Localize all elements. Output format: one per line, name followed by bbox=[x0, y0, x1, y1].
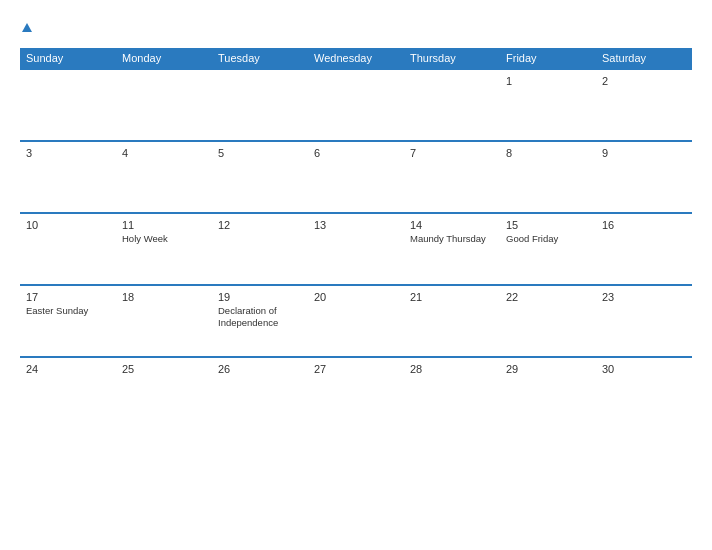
day-number: 4 bbox=[122, 147, 206, 159]
calendar-cell: 9 bbox=[596, 141, 692, 213]
day-number: 18 bbox=[122, 291, 206, 303]
calendar-cell bbox=[212, 69, 308, 141]
calendar-cell: 1 bbox=[500, 69, 596, 141]
day-number: 29 bbox=[506, 363, 590, 375]
holiday-label: Declaration of Independence bbox=[218, 305, 302, 330]
calendar-cell: 29 bbox=[500, 357, 596, 429]
day-number: 28 bbox=[410, 363, 494, 375]
calendar-cell: 21 bbox=[404, 285, 500, 357]
calendar-cell: 12 bbox=[212, 213, 308, 285]
calendar-cell: 4 bbox=[116, 141, 212, 213]
day-number: 7 bbox=[410, 147, 494, 159]
calendar-cell: 14Maundy Thursday bbox=[404, 213, 500, 285]
calendar-cell: 11Holy Week bbox=[116, 213, 212, 285]
calendar-cell: 23 bbox=[596, 285, 692, 357]
calendar-cell bbox=[308, 69, 404, 141]
calendar-cell: 6 bbox=[308, 141, 404, 213]
calendar-cell: 25 bbox=[116, 357, 212, 429]
calendar-cell: 13 bbox=[308, 213, 404, 285]
calendar-cell: 7 bbox=[404, 141, 500, 213]
calendar-cell: 17Easter Sunday bbox=[20, 285, 116, 357]
day-number: 20 bbox=[314, 291, 398, 303]
calendar-cell: 24 bbox=[20, 357, 116, 429]
calendar-cell: 27 bbox=[308, 357, 404, 429]
calendar-cell: 22 bbox=[500, 285, 596, 357]
weekday-header-monday: Monday bbox=[116, 48, 212, 69]
day-number: 5 bbox=[218, 147, 302, 159]
calendar-cell: 5 bbox=[212, 141, 308, 213]
calendar-cell: 15Good Friday bbox=[500, 213, 596, 285]
week-row-2: 3456789 bbox=[20, 141, 692, 213]
weekday-header-row: SundayMondayTuesdayWednesdayThursdayFrid… bbox=[20, 48, 692, 69]
day-number: 9 bbox=[602, 147, 686, 159]
day-number: 12 bbox=[218, 219, 302, 231]
calendar-cell: 2 bbox=[596, 69, 692, 141]
logo bbox=[20, 18, 32, 36]
day-number: 10 bbox=[26, 219, 110, 231]
day-number: 24 bbox=[26, 363, 110, 375]
week-row-1: 12 bbox=[20, 69, 692, 141]
holiday-label: Good Friday bbox=[506, 233, 590, 245]
calendar-page: SundayMondayTuesdayWednesdayThursdayFrid… bbox=[0, 0, 712, 550]
calendar-cell: 16 bbox=[596, 213, 692, 285]
week-row-4: 17Easter Sunday1819Declaration of Indepe… bbox=[20, 285, 692, 357]
weekday-header-friday: Friday bbox=[500, 48, 596, 69]
weekday-header-sunday: Sunday bbox=[20, 48, 116, 69]
holiday-label: Easter Sunday bbox=[26, 305, 110, 317]
day-number: 23 bbox=[602, 291, 686, 303]
calendar-cell: 10 bbox=[20, 213, 116, 285]
calendar-cell: 20 bbox=[308, 285, 404, 357]
weekday-header-wednesday: Wednesday bbox=[308, 48, 404, 69]
calendar-cell bbox=[20, 69, 116, 141]
day-number: 27 bbox=[314, 363, 398, 375]
day-number: 26 bbox=[218, 363, 302, 375]
day-number: 22 bbox=[506, 291, 590, 303]
day-number: 30 bbox=[602, 363, 686, 375]
day-number: 11 bbox=[122, 219, 206, 231]
calendar-table: SundayMondayTuesdayWednesdayThursdayFrid… bbox=[20, 48, 692, 429]
day-number: 17 bbox=[26, 291, 110, 303]
calendar-cell bbox=[404, 69, 500, 141]
weekday-header-saturday: Saturday bbox=[596, 48, 692, 69]
week-row-5: 24252627282930 bbox=[20, 357, 692, 429]
day-number: 19 bbox=[218, 291, 302, 303]
calendar-cell: 3 bbox=[20, 141, 116, 213]
week-row-3: 1011Holy Week121314Maundy Thursday15Good… bbox=[20, 213, 692, 285]
day-number: 3 bbox=[26, 147, 110, 159]
day-number: 15 bbox=[506, 219, 590, 231]
calendar-cell bbox=[116, 69, 212, 141]
header bbox=[20, 18, 692, 36]
calendar-cell: 28 bbox=[404, 357, 500, 429]
calendar-cell: 19Declaration of Independence bbox=[212, 285, 308, 357]
day-number: 16 bbox=[602, 219, 686, 231]
logo-general bbox=[20, 18, 32, 36]
day-number: 2 bbox=[602, 75, 686, 87]
day-number: 21 bbox=[410, 291, 494, 303]
calendar-cell: 26 bbox=[212, 357, 308, 429]
calendar-cell: 18 bbox=[116, 285, 212, 357]
calendar-cell: 30 bbox=[596, 357, 692, 429]
calendar-cell: 8 bbox=[500, 141, 596, 213]
holiday-label: Holy Week bbox=[122, 233, 206, 245]
day-number: 25 bbox=[122, 363, 206, 375]
day-number: 14 bbox=[410, 219, 494, 231]
weekday-header-tuesday: Tuesday bbox=[212, 48, 308, 69]
holiday-label: Maundy Thursday bbox=[410, 233, 494, 245]
day-number: 6 bbox=[314, 147, 398, 159]
day-number: 1 bbox=[506, 75, 590, 87]
day-number: 13 bbox=[314, 219, 398, 231]
weekday-header-thursday: Thursday bbox=[404, 48, 500, 69]
day-number: 8 bbox=[506, 147, 590, 159]
